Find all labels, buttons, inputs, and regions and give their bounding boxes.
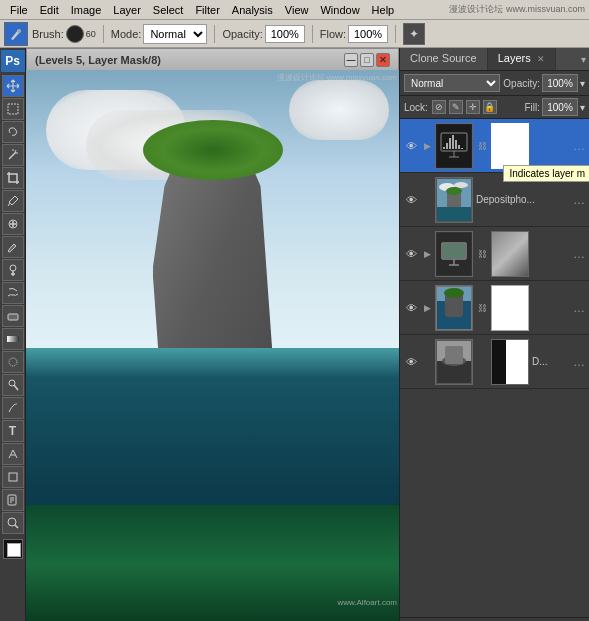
tab-layers[interactable]: Layers ✕ xyxy=(488,48,556,70)
layer-3-visibility[interactable]: 👁 xyxy=(403,246,419,262)
mode-label: Mode: xyxy=(111,28,142,40)
menu-edit[interactable]: Edit xyxy=(34,0,65,20)
menu-window[interactable]: Window xyxy=(314,0,365,20)
brush-preview[interactable]: 60 xyxy=(66,25,96,43)
flow-input[interactable] xyxy=(348,25,388,43)
layer-item-5[interactable]: 👁 ▶ ⛓ D... … xyxy=(400,335,589,389)
layer-5-link-icon: ⛓ xyxy=(476,356,488,368)
window-controls: — □ ✕ xyxy=(344,53,390,67)
opacity-label: Opacity: xyxy=(503,78,540,89)
fill-value-input[interactable] xyxy=(542,98,578,116)
opacity-arrow[interactable]: ▾ xyxy=(580,78,585,89)
history-brush-tool[interactable] xyxy=(2,282,24,304)
layer-4-thumbnail xyxy=(435,285,473,331)
layer-2-name: Depositpho... xyxy=(476,194,569,205)
crop-tool[interactable] xyxy=(2,167,24,189)
svg-line-4 xyxy=(15,150,16,152)
layer-4-visibility[interactable]: 👁 xyxy=(403,300,419,316)
layer-5-menu[interactable]: … xyxy=(572,355,586,369)
dodge-tool[interactable] xyxy=(2,374,24,396)
mode-select[interactable]: Normal Multiply Screen xyxy=(143,24,207,44)
layer-item-2[interactable]: 👁 ▶ xyxy=(400,173,589,227)
brush-tool-icon[interactable] xyxy=(4,22,28,46)
opacity-input[interactable] xyxy=(265,25,305,43)
path-selection-tool[interactable] xyxy=(2,443,24,465)
flow-label: Flow: xyxy=(320,28,346,40)
lock-all-btn[interactable]: 🔒 xyxy=(483,100,497,114)
eyedropper-tool[interactable] xyxy=(2,190,24,212)
svg-point-41 xyxy=(446,187,462,195)
lock-pixels-btn[interactable]: ✎ xyxy=(449,100,463,114)
zoom-tool[interactable] xyxy=(2,512,24,534)
brush-tool-sidebar[interactable] xyxy=(2,236,24,258)
layer-1-visibility[interactable]: 👁 xyxy=(403,138,419,154)
menu-view[interactable]: View xyxy=(279,0,315,20)
layer-5-arrow: ▶ xyxy=(422,357,432,367)
pen-tool[interactable] xyxy=(2,397,24,419)
layer-1-menu[interactable]: … xyxy=(572,139,586,153)
fill-arrow[interactable]: ▾ xyxy=(580,102,585,113)
flow-control: Flow: xyxy=(320,25,388,43)
layer-item-4[interactable]: 👁 ▶ ⛓ … xyxy=(400,281,589,335)
separator-1 xyxy=(103,25,104,43)
document-title: (Levels 5, Layer Mask/8) xyxy=(35,54,161,66)
shape-tool[interactable] xyxy=(2,466,24,488)
menu-analysis[interactable]: Analysis xyxy=(226,0,279,20)
options-bar: Brush: 60 Mode: Normal Multiply Screen O… xyxy=(0,20,589,48)
background-color[interactable] xyxy=(7,543,21,557)
marquee-tool[interactable] xyxy=(2,98,24,120)
foreground-color[interactable] xyxy=(3,539,23,559)
blur-tool[interactable] xyxy=(2,351,24,373)
layer-4-link-icon[interactable]: ⛓ xyxy=(476,302,488,314)
minimize-button[interactable]: — xyxy=(344,53,358,67)
opacity-value-input[interactable] xyxy=(542,74,578,92)
panel-close-icon[interactable]: ✕ xyxy=(537,54,545,64)
lasso-tool[interactable] xyxy=(2,121,24,143)
svg-rect-14 xyxy=(7,336,19,342)
tab-clone-source[interactable]: Clone Source xyxy=(400,48,488,70)
clone-stamp-tool[interactable] xyxy=(2,259,24,281)
ps-logo: Ps xyxy=(1,50,25,72)
layer-3-mask xyxy=(491,231,529,277)
vegetation-top xyxy=(143,120,283,180)
layer-5-visibility[interactable]: 👁 xyxy=(403,354,419,370)
svg-rect-30 xyxy=(443,147,445,149)
menu-filter[interactable]: Filter xyxy=(189,0,225,20)
layer-2-menu[interactable]: … xyxy=(572,193,586,207)
notes-tool[interactable] xyxy=(2,489,24,511)
layer-1-link-icon[interactable]: ⛓ xyxy=(476,140,488,152)
layer-item-3[interactable]: 👁 ▶ ⛓ … xyxy=(400,227,589,281)
layer-4-menu[interactable]: … xyxy=(572,301,586,315)
lock-fill-bar: Lock: ⊘ ✎ ✛ 🔒 Fill: ▾ xyxy=(400,96,589,119)
blend-mode-select[interactable]: Normal xyxy=(404,74,500,92)
type-tool[interactable]: T xyxy=(2,420,24,442)
gradient-tool[interactable] xyxy=(2,328,24,350)
menu-file[interactable]: File xyxy=(4,0,34,20)
lock-transparent-btn[interactable]: ⊘ xyxy=(432,100,446,114)
layer-3-menu[interactable]: … xyxy=(572,247,586,261)
layer-2-visibility[interactable]: 👁 xyxy=(403,192,419,208)
svg-line-6 xyxy=(8,203,10,206)
menu-select[interactable]: Select xyxy=(147,0,190,20)
canvas-area: (Levels 5, Layer Mask/8) — □ ✕ xyxy=(26,48,399,621)
maximize-button[interactable]: □ xyxy=(360,53,374,67)
menu-help[interactable]: Help xyxy=(366,0,401,20)
document-canvas: 漫波设计论坛 www.missvuan.com www.Alfoart.com xyxy=(26,70,399,621)
menu-layer[interactable]: Layer xyxy=(107,0,147,20)
layer-3-link-icon[interactable]: ⛓ xyxy=(476,248,488,260)
panel-menu-icon[interactable]: ▾ xyxy=(577,48,589,70)
lock-position-btn[interactable]: ✛ xyxy=(466,100,480,114)
layer-3-arrow: ▶ xyxy=(422,249,432,259)
layer-item-1[interactable]: 👁 ▶ xyxy=(400,119,589,173)
image-canvas: 漫波设计论坛 www.missvuan.com www.Alfoart.com xyxy=(26,70,399,621)
eraser-tool[interactable] xyxy=(2,305,24,327)
magic-wand-tool[interactable] xyxy=(2,144,24,166)
airbrush-icon[interactable]: ✦ xyxy=(403,23,425,45)
move-tool[interactable] xyxy=(2,75,24,97)
fill-control: Fill: ▾ xyxy=(524,98,585,116)
layer-1-arrow: ▶ xyxy=(422,141,432,151)
menu-image[interactable]: Image xyxy=(65,0,108,20)
close-button[interactable]: ✕ xyxy=(376,53,390,67)
healing-tool[interactable] xyxy=(2,213,24,235)
levels-histogram-icon xyxy=(437,125,471,167)
